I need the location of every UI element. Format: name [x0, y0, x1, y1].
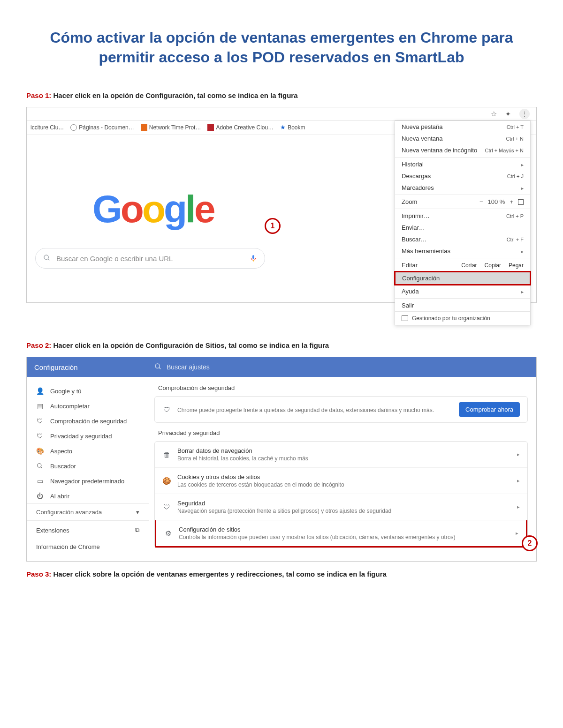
browser-icon: ▭	[36, 477, 44, 485]
zoom-out-button[interactable]: −	[479, 198, 483, 205]
menu-exit[interactable]: Salir	[395, 300, 530, 311]
settings-search-placeholder: Buscar ajustes	[167, 363, 210, 371]
svg-rect-2	[252, 255, 254, 259]
menu-zoom: Zoom − 100 % +	[395, 196, 530, 208]
step1-heading: Paso 1: Hacer click en la opción de Conf…	[26, 91, 537, 99]
svg-point-0	[44, 255, 48, 259]
svg-point-6	[38, 464, 41, 467]
menu-copy[interactable]: Copiar	[485, 262, 501, 269]
globe-icon	[70, 124, 77, 131]
bookmark-item[interactable]: Network Time Prot…	[141, 124, 201, 131]
sidebar-item-privacy[interactable]: 🛡Privacidad y seguridad	[27, 428, 149, 443]
safety-card: 🛡 Chrome puede protegerte frente a quieb…	[154, 396, 528, 423]
menu-more-tools[interactable]: Más herramientas	[395, 245, 530, 257]
sidebar-item-search[interactable]: Buscador	[27, 458, 149, 473]
person-icon: 👤	[36, 387, 44, 395]
step3-text: Hacer click sobre la opción de ventanas …	[53, 570, 387, 578]
extensions-icon[interactable]: ✦	[505, 110, 511, 118]
svg-line-7	[41, 467, 42, 468]
chrome-menu: Nueva pestañaCtrl + T Nueva ventanaCtrl …	[395, 120, 531, 325]
sidebar-item-safety[interactable]: 🛡Comprobación de seguridad	[27, 413, 149, 428]
menu-help[interactable]: Ayuda	[395, 285, 530, 297]
figure-1: ☆ ✦ ⋮ icciture Clu… Páginas - Documen… N…	[26, 107, 537, 303]
sidebar-item-default[interactable]: ▭Navegador predeterminado	[27, 473, 149, 488]
sidebar-item-startup[interactable]: ⏻Al abrir	[27, 488, 149, 503]
sidebar-item-you[interactable]: 👤Google y tú	[27, 383, 149, 398]
section-safety-title: Comprobación de seguridad	[158, 384, 528, 391]
menu-downloads[interactable]: DescargasCtrl + J	[395, 170, 530, 182]
fullscreen-icon[interactable]	[518, 199, 524, 205]
chevron-right-icon: ▸	[517, 504, 520, 510]
menu-paste[interactable]: Pegar	[509, 262, 524, 269]
menu-bookmarks[interactable]: Marcadores	[395, 182, 530, 194]
zoom-value: 100 %	[488, 198, 505, 205]
search-icon	[154, 363, 162, 372]
star-icon[interactable]: ☆	[491, 110, 497, 118]
sidebar-about[interactable]: Información de Chrome	[27, 540, 149, 556]
building-icon	[402, 315, 408, 321]
row-site-settings[interactable]: ⚙ Configuración de sitiosControla la inf…	[155, 520, 527, 548]
sidebar-item-appearance[interactable]: 🎨Aspecto	[27, 443, 149, 458]
menu-find[interactable]: Buscar…Ctrl + F	[395, 233, 530, 245]
settings-main: Comprobación de seguridad 🛡 Chrome puede…	[149, 377, 536, 561]
callout-1: 1	[265, 218, 281, 234]
settings-sidebar: 👤Google y tú ▤Autocompletar 🛡Comprobació…	[27, 377, 149, 561]
autofill-icon: ▤	[36, 402, 44, 410]
favicon-icon	[141, 124, 147, 131]
step2-label: Paso 2:	[26, 341, 51, 349]
sidebar-advanced[interactable]: Configuración avanzada▾	[27, 503, 149, 521]
shield-icon: 🛡	[162, 405, 171, 413]
settings-title: Configuración	[27, 363, 149, 371]
bookmark-item[interactable]: ★Bookm	[280, 124, 305, 131]
menu-cut[interactable]: Cortar	[461, 262, 477, 269]
zoom-in-button[interactable]: +	[510, 198, 513, 205]
step2-text: Hacer click en la opción de Configuració…	[53, 341, 329, 349]
figure-2: Configuración Buscar ajustes 👤Google y t…	[26, 357, 537, 562]
callout-2: 2	[522, 535, 538, 551]
menu-settings[interactable]: Configuración	[396, 272, 530, 284]
row-cookies[interactable]: 🍪 Cookies y otros datos de sitiosLas coo…	[155, 467, 527, 494]
row-security[interactable]: 🛡 SeguridadNavegación segura (protección…	[155, 494, 527, 520]
google-logo: Google	[92, 187, 213, 231]
menu-new-incognito[interactable]: Nueva ventana de incógnitoCtrl + Mayús +…	[395, 144, 530, 156]
step1-text: Hacer click en la opción de Configuració…	[53, 91, 298, 99]
menu-new-tab[interactable]: Nueva pestañaCtrl + T	[395, 121, 530, 133]
settings-topbar: Configuración Buscar ajustes	[27, 357, 536, 377]
star-icon: ★	[280, 124, 286, 131]
safety-desc: Chrome puede protegerte frente a quiebra…	[177, 407, 452, 413]
chevron-right-icon: ▸	[516, 530, 518, 536]
svg-point-4	[155, 364, 160, 368]
menu-cast[interactable]: Enviar…	[395, 222, 530, 233]
kebab-menu-icon[interactable]: ⋮	[519, 109, 530, 119]
bookmark-item[interactable]: icciture Clu…	[30, 124, 64, 131]
bookmark-item[interactable]: Páginas - Documen…	[70, 124, 134, 131]
row-clear-data[interactable]: 🗑 Borrar datos de navegaciónBorra el his…	[155, 442, 527, 467]
section-privacy-title: Privacidad y seguridad	[158, 429, 528, 436]
search-input[interactable]: Buscar en Google o escribir una URL	[35, 248, 265, 269]
menu-managed: Gestionado por tu organización	[395, 311, 530, 325]
step2-heading: Paso 2: Hacer click en la opción de Conf…	[26, 341, 537, 349]
privacy-icon: 🛡	[36, 432, 44, 440]
svg-line-1	[48, 259, 49, 260]
search-icon	[36, 462, 44, 470]
settings-search[interactable]: Buscar ajustes	[149, 363, 210, 372]
appearance-icon: 🎨	[36, 447, 44, 455]
favicon-icon	[207, 124, 214, 131]
svg-line-5	[159, 368, 160, 369]
tune-icon: ⚙	[164, 529, 172, 538]
search-icon	[43, 254, 51, 263]
menu-print[interactable]: Imprimir…Ctrl + P	[395, 210, 530, 222]
sidebar-extensions[interactable]: Extensiones⧉	[27, 521, 149, 540]
check-now-button[interactable]: Comprobar ahora	[459, 402, 520, 417]
external-link-icon: ⧉	[135, 526, 139, 534]
mic-icon[interactable]	[250, 254, 257, 263]
bookmark-item[interactable]: Adobe Creative Clou…	[207, 124, 274, 131]
menu-new-window[interactable]: Nueva ventanaCtrl + N	[395, 133, 530, 144]
chevron-right-icon: ▸	[517, 478, 520, 484]
sidebar-item-autofill[interactable]: ▤Autocompletar	[27, 398, 149, 413]
step3-label: Paso 3:	[26, 570, 51, 578]
menu-history[interactable]: Historial	[395, 158, 530, 170]
privacy-card: 🗑 Borrar datos de navegaciónBorra el his…	[154, 441, 528, 548]
cookie-icon: 🍪	[162, 477, 171, 485]
doc-title: Cómo activar la opción de ventanas emerg…	[26, 28, 537, 67]
